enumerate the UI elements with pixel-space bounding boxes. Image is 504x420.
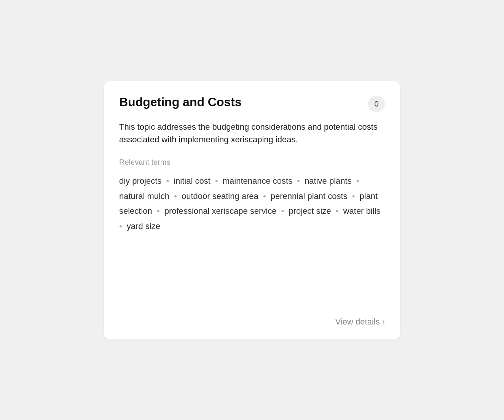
term-separator: • [164, 176, 171, 186]
term: initial cost [174, 176, 211, 186]
term-separator: • [295, 176, 302, 186]
term: native plants [305, 176, 352, 186]
term-separator: • [261, 191, 268, 201]
term: professional xeriscape service [164, 206, 277, 216]
card-header: Budgeting and Costs 0 [119, 95, 385, 112]
term: maintenance costs [223, 176, 292, 186]
term-separator: • [119, 221, 124, 231]
term: perennial plant costs [271, 191, 348, 201]
term-separator: • [354, 176, 359, 186]
term: project size [289, 206, 331, 216]
chevron-right-icon: › [382, 317, 385, 327]
topic-card: Budgeting and Costs 0 This topic address… [104, 81, 400, 339]
view-details-label: View details [335, 317, 380, 327]
term-separator: • [279, 206, 286, 216]
view-details-link[interactable]: View details › [335, 317, 385, 327]
term-separator: • [155, 206, 162, 216]
term: diy projects [119, 176, 161, 186]
card-badge: 0 [368, 95, 385, 112]
term: yard size [127, 221, 160, 231]
card-description: This topic addresses the budgeting consi… [119, 121, 385, 146]
term-separator: • [350, 191, 357, 201]
card-title: Budgeting and Costs [119, 95, 242, 109]
terms-list: diy projects • initial cost • maintenanc… [119, 173, 385, 234]
term: outdoor seating area [182, 191, 258, 201]
term: natural mulch [119, 191, 169, 201]
term: water bills [343, 206, 381, 216]
view-details-container: View details › [119, 306, 385, 327]
term-separator: • [172, 191, 179, 201]
term-separator: • [333, 206, 341, 216]
relevant-terms-label: Relevant terms [119, 158, 385, 167]
term-separator: • [213, 176, 220, 186]
